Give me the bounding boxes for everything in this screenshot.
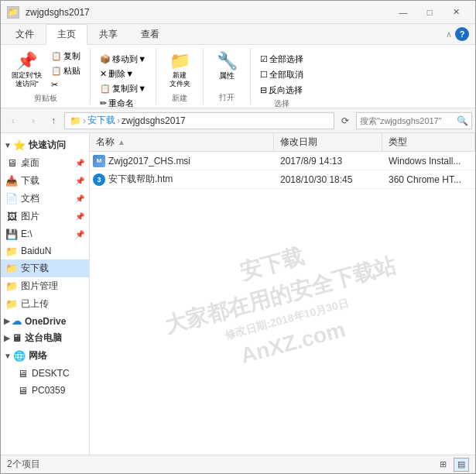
thispc-header[interactable]: ▶ 🖥 这台电脑 xyxy=(1,329,89,347)
watermark-line-2: 大家都在用的安全下载站 xyxy=(161,249,399,342)
network-icon-PC0359: 🖥 xyxy=(16,384,29,397)
sidebar-item-安下载[interactable]: 📁安下载 xyxy=(1,259,89,277)
tab-file[interactable]: 文件 xyxy=(4,24,46,44)
sidebar-label-下载: 下载 xyxy=(21,174,39,187)
move-to-button[interactable]: 📦 移动到▼ xyxy=(97,53,149,66)
refresh-button[interactable]: ⟳ xyxy=(336,112,354,130)
file-name: 安下载帮助.htm xyxy=(108,173,173,186)
sidebar-item-已上传[interactable]: 📁已上传 xyxy=(1,295,89,313)
pin-arrow-E:\: 📌 xyxy=(75,230,84,239)
breadcrumb[interactable]: 📁 › 安下载 › zwjgdsghs2017 xyxy=(64,112,334,129)
quick-access-label: 快速访问 xyxy=(29,139,66,152)
forward-button[interactable]: › xyxy=(24,112,43,130)
ribbon-group-new: 📁 新建文件夹 新建 xyxy=(156,48,204,105)
sidebar-icon-E:\: 💾 xyxy=(5,228,18,240)
sidebar-label-图片管理: 图片管理 xyxy=(21,280,58,293)
watermark-line-1: 安下载 xyxy=(152,218,391,311)
col-date-header[interactable]: 修改日期 xyxy=(274,133,382,151)
thispc-collapse-icon: ▶ xyxy=(4,334,10,342)
network-item-DESKTC[interactable]: 🖥DESKTC xyxy=(1,365,89,382)
sidebar-item-图片管理[interactable]: 📁图片管理 xyxy=(1,277,89,295)
sidebar-item-图片[interactable]: 🖼图片📌 xyxy=(1,208,89,225)
sidebar-item-文档[interactable]: 📄文档📌 xyxy=(1,190,89,208)
file-icon: 3 xyxy=(93,173,105,186)
minimize-button[interactable]: — xyxy=(390,2,416,23)
sidebar-label-桌面: 桌面 xyxy=(21,156,39,170)
sidebar-item-BaiduN[interactable]: 📁BaiduN xyxy=(1,242,89,259)
table-row[interactable]: 3 安下载帮助.htm 2018/10/30 18:45 360 Chrome … xyxy=(90,170,475,189)
breadcrumb-part-1[interactable]: 安下载 xyxy=(87,114,115,127)
tab-share[interactable]: 共享 xyxy=(87,24,129,44)
copy-to-button[interactable]: 📋 复制到▼ xyxy=(97,82,149,95)
tab-view[interactable]: 查看 xyxy=(129,24,171,44)
view-large-icon-button[interactable]: ⊞ xyxy=(435,458,450,472)
sidebar-item-E:\[interactable]: 💾E:\📌 xyxy=(1,225,89,242)
col-type-header[interactable]: 类型 xyxy=(382,133,475,151)
network-label-DESKTC: DESKTC xyxy=(32,368,70,379)
copy-button[interactable]: 📋 复制 xyxy=(48,50,84,63)
status-bar: 2个项目 ⊞ ▤ xyxy=(1,455,475,473)
sidebar-icon-已上传: 📁 xyxy=(5,298,18,311)
breadcrumb-folder-icon: 📁 xyxy=(70,115,81,126)
invert-select-label: 反向选择 xyxy=(269,84,303,96)
search-box[interactable]: 🔍 xyxy=(356,112,472,129)
deselect-all-button[interactable]: ☐ 全部取消 xyxy=(257,68,306,81)
pin-button[interactable]: 📌 固定到"快速访问" xyxy=(7,50,46,91)
quick-access-header[interactable]: ▼ ⭐ 快速访问 xyxy=(1,136,89,154)
search-icon: 🔍 xyxy=(457,115,468,126)
rename-label: 重命名 xyxy=(108,98,134,109)
watermark-line-3: 修改日期:2018年10月30日 xyxy=(170,280,404,358)
sort-arrow: ▲ xyxy=(118,138,125,146)
maximize-button[interactable]: □ xyxy=(416,2,443,23)
msi-icon: M xyxy=(93,155,105,167)
invert-select-button[interactable]: ⊟ 反向选择 xyxy=(257,84,306,97)
properties-button[interactable]: 🔧 属性 xyxy=(210,50,244,84)
network-icon: 🌐 xyxy=(13,350,26,362)
up-button[interactable]: ↑ xyxy=(44,112,63,130)
file-name-cell: 3 安下载帮助.htm xyxy=(90,173,274,186)
close-button[interactable]: ✕ xyxy=(443,2,469,23)
sidebar-label-图片: 图片 xyxy=(21,210,39,223)
col-name-label: 名称 xyxy=(96,136,115,149)
sidebar-label-已上传: 已上传 xyxy=(21,297,49,311)
network-header[interactable]: ▼ 🌐 网络 xyxy=(1,347,89,365)
tab-home[interactable]: 主页 xyxy=(46,24,87,45)
col-type-label: 类型 xyxy=(389,136,407,149)
help-icon[interactable]: ? xyxy=(455,27,469,41)
thispc-icon: 🖥 xyxy=(12,332,22,344)
back-button[interactable]: ‹ xyxy=(4,112,22,130)
breadcrumb-part-2[interactable]: zwjgdsghs2017 xyxy=(122,115,186,126)
window-controls: — □ ✕ xyxy=(390,2,469,23)
sidebar-item-下载[interactable]: 📥下载📌 xyxy=(1,172,89,190)
sidebar-icon-BaiduN: 📁 xyxy=(5,245,18,257)
window-title: zwjgdsghs2017 xyxy=(26,7,390,18)
view-detail-button[interactable]: ▤ xyxy=(454,458,469,472)
select-all-button[interactable]: ☑ 全部选择 xyxy=(257,53,306,66)
copy-to-label: 复制到▼ xyxy=(112,83,146,94)
content-area: 名称 ▲ 修改日期 类型 M Zwjg2017_CHS.msi 2017/8/9… xyxy=(90,133,475,455)
delete-button[interactable]: ✕ 删除▼ xyxy=(97,67,149,81)
onedrive-label: OneDrive xyxy=(25,316,66,327)
pin-label: 固定到"快速访问" xyxy=(12,71,42,88)
network-item-PC0359[interactable]: 🖥PC0359 xyxy=(1,382,89,399)
select-label: 选择 xyxy=(274,97,289,109)
new-folder-button[interactable]: 📁 新建文件夹 xyxy=(163,50,197,91)
onedrive-header[interactable]: ▶ ☁ OneDrive xyxy=(1,313,89,329)
sidebar-item-桌面[interactable]: 🖥桌面📌 xyxy=(1,154,89,172)
search-input[interactable] xyxy=(360,116,457,125)
paste-icon: 📋 xyxy=(51,66,62,76)
paste-button[interactable]: 📋 粘贴 xyxy=(48,64,84,77)
item-count-label: 2个项目 xyxy=(7,458,40,471)
move-icon: 📦 xyxy=(100,54,111,64)
sidebar-icon-下载: 📥 xyxy=(5,175,18,187)
sidebar-icon-安下载: 📁 xyxy=(5,263,18,275)
col-name-header[interactable]: 名称 ▲ xyxy=(90,133,274,151)
file-type-cell: 360 Chrome HT... xyxy=(382,174,475,185)
file-type-cell: Windows Install... xyxy=(382,156,475,167)
invert-select-icon: ⊟ xyxy=(260,85,267,95)
table-row[interactable]: M Zwjg2017_CHS.msi 2017/8/9 14:13 Window… xyxy=(90,152,475,170)
file-name-cell: M Zwjg2017_CHS.msi xyxy=(90,155,274,167)
deselect-all-label: 全部取消 xyxy=(269,69,303,81)
watermark: 安下载 大家都在用的安全下载站 修改日期:2018年10月30日 AnXZ.co… xyxy=(152,218,413,390)
cut-button[interactable]: ✂ xyxy=(48,79,84,91)
